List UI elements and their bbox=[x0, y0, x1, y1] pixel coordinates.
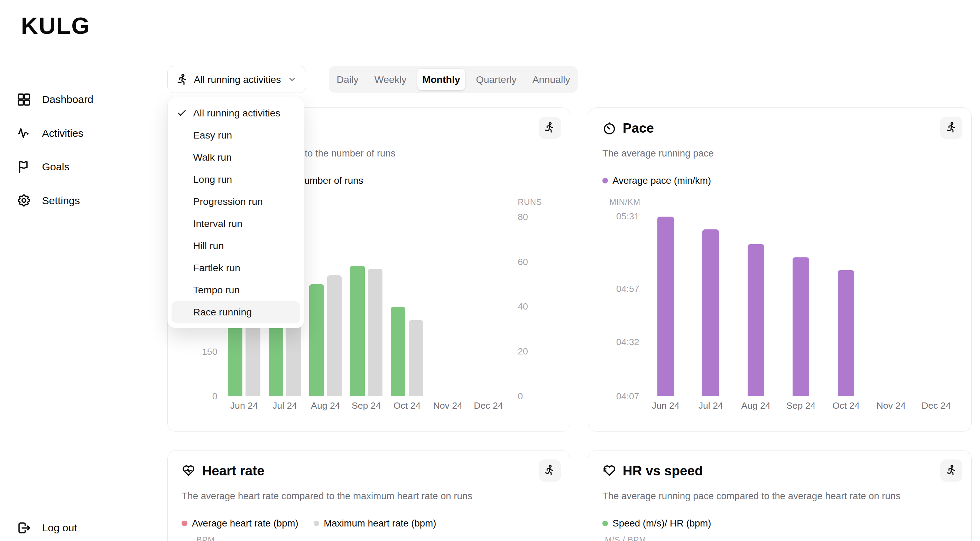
x-tick: Aug 24 bbox=[733, 400, 778, 411]
menu-item-label: Easy run bbox=[193, 130, 232, 141]
menu-item-progression-run[interactable]: Progression run bbox=[172, 191, 300, 213]
tab-weekly[interactable]: Weekly bbox=[369, 69, 412, 90]
logout-button[interactable]: Log out bbox=[0, 511, 142, 541]
legend-item: Speed (m/s)/ HR (bpm) bbox=[602, 518, 711, 529]
y-tick: 04:07 bbox=[600, 392, 640, 401]
legend-dot-green bbox=[602, 520, 608, 527]
menu-item-long-run[interactable]: Long run bbox=[172, 168, 300, 191]
y-axis-label: BPM bbox=[196, 535, 215, 541]
card-heart-rate-runner-button[interactable] bbox=[539, 460, 561, 482]
sidebar-item-goals[interactable]: Goals bbox=[0, 150, 142, 184]
card-heart-rate-title-row: Heart rate bbox=[181, 463, 264, 479]
flag-icon bbox=[17, 160, 31, 174]
bar-group-aug-24 bbox=[733, 217, 778, 397]
bar-group-sep-24 bbox=[778, 217, 823, 397]
sidebar-item-settings[interactable]: Settings bbox=[0, 184, 142, 217]
logout-label: Log out bbox=[42, 522, 77, 534]
logout-icon bbox=[17, 520, 31, 535]
bar-group-sep-24 bbox=[346, 217, 387, 397]
bar bbox=[409, 320, 423, 397]
card-pace-legend: Average pace (min/km) bbox=[602, 175, 711, 186]
y-axis-label: MIN/KM bbox=[609, 197, 640, 207]
pace-bar-plot bbox=[643, 217, 959, 397]
x-tick: Sep 24 bbox=[346, 400, 387, 411]
sidebar-item-dashboard[interactable]: Dashboard bbox=[0, 82, 142, 116]
runner-icon bbox=[544, 464, 556, 476]
bar bbox=[327, 275, 342, 396]
bar-group-oct-24 bbox=[387, 217, 427, 397]
menu-item-label: Long run bbox=[193, 174, 232, 185]
sidebar-item-label: Settings bbox=[42, 195, 80, 206]
card-title: Pace bbox=[623, 121, 654, 136]
tab-annually[interactable]: Annually bbox=[527, 69, 576, 90]
card-heart-rate-legend: Average heart rate (bpm) Maximum heart r… bbox=[181, 518, 436, 529]
bar bbox=[748, 244, 764, 396]
bar-group-aug-24 bbox=[305, 217, 346, 397]
menu-item-hill-run[interactable]: Hill run bbox=[172, 235, 300, 257]
heart-pulse-icon bbox=[181, 463, 196, 478]
menu-item-tempo-run[interactable]: Tempo run bbox=[172, 279, 300, 301]
sidebar-item-label: Activities bbox=[42, 127, 83, 139]
menu-item-easy-run[interactable]: Easy run bbox=[172, 124, 300, 146]
menu-item-label: Hill run bbox=[193, 240, 224, 252]
y-tick: 05:31 bbox=[600, 211, 640, 221]
legend-label: Average pace (min/km) bbox=[612, 175, 711, 186]
activity-filter-button[interactable]: All running activities bbox=[167, 66, 306, 93]
tab-quarterly[interactable]: Quarterly bbox=[471, 69, 522, 90]
sidebar-item-activities[interactable]: Activities bbox=[0, 116, 142, 150]
card-volume-runner-button[interactable] bbox=[539, 117, 561, 139]
bar bbox=[838, 270, 854, 397]
x-tick: Dec 24 bbox=[913, 400, 959, 411]
grid-icon bbox=[17, 92, 31, 107]
y-tick: 60 bbox=[518, 257, 528, 267]
card-pace-title-row: Pace bbox=[602, 121, 654, 136]
card-pace: Pace The average running pace Average pa… bbox=[588, 108, 972, 432]
legend-label: Number of runs bbox=[298, 175, 363, 186]
legend-dot-purple bbox=[602, 178, 608, 184]
menu-item-label: Interval run bbox=[193, 218, 243, 229]
card-heart-rate-description: The average heart rate compared to the m… bbox=[181, 490, 473, 501]
x-tick: Jun 24 bbox=[643, 400, 688, 411]
activity-filter-label: All running activities bbox=[194, 74, 281, 85]
menu-item-label: All running activities bbox=[193, 108, 280, 119]
card-pace-runner-button[interactable] bbox=[940, 117, 963, 139]
bar bbox=[657, 217, 674, 397]
menu-item-all-running-activities[interactable]: All running activities bbox=[172, 102, 300, 124]
menu-item-fartlek-run[interactable]: Fartlek run bbox=[172, 257, 300, 279]
tab-monthly[interactable]: Monthly bbox=[417, 69, 465, 90]
sidebar: Dashboard Activities Goals Settings Log … bbox=[0, 51, 143, 541]
bar-group-dec-24 bbox=[913, 217, 959, 397]
menu-item-race-running[interactable]: Race running bbox=[172, 301, 300, 324]
menu-item-interval-run[interactable]: Interval run bbox=[172, 213, 300, 235]
bar-group-nov-24 bbox=[869, 217, 913, 397]
sidebar-item-label: Goals bbox=[42, 161, 69, 173]
runner-icon bbox=[544, 122, 556, 134]
x-tick: Jun 24 bbox=[224, 400, 264, 411]
legend-label: Average heart rate (bpm) bbox=[192, 518, 298, 529]
menu-item-label: Progression run bbox=[193, 196, 263, 207]
y-tick: 04:57 bbox=[600, 284, 640, 294]
x-tick: Nov 24 bbox=[427, 400, 468, 411]
x-tick: Jul 24 bbox=[264, 400, 305, 411]
bar-group-jun-24 bbox=[643, 217, 688, 397]
card-hr-vs-speed-runner-button[interactable] bbox=[940, 460, 963, 482]
chevron-down-icon bbox=[287, 75, 297, 84]
legend-item: Average heart rate (bpm) bbox=[181, 518, 298, 529]
runner-icon bbox=[945, 464, 958, 476]
runner-icon bbox=[945, 122, 958, 134]
legend-item: Maximum heart rate (bpm) bbox=[313, 518, 436, 529]
heart-speed-icon bbox=[602, 463, 616, 478]
legend-label: Speed (m/s)/ HR (bpm) bbox=[612, 518, 711, 529]
menu-item-label: Race running bbox=[193, 306, 252, 318]
bar bbox=[368, 269, 382, 397]
y-tick: 0 bbox=[518, 392, 528, 401]
bar bbox=[309, 284, 324, 396]
menu-item-walk-run[interactable]: Walk run bbox=[172, 146, 300, 168]
legend-label: Maximum heart rate (bpm) bbox=[324, 518, 436, 529]
tab-daily[interactable]: Daily bbox=[332, 69, 364, 90]
period-tabs: DailyWeeklyMonthlyQuarterlyAnnually bbox=[329, 66, 578, 93]
activity-icon bbox=[17, 126, 31, 140]
pace-month-labels: Jun 24Jul 24Aug 24Sep 24Oct 24Nov 24Dec … bbox=[643, 400, 959, 411]
menu-item-label: Walk run bbox=[193, 152, 232, 163]
right-axis-ticks: 80 60 40 20 0 bbox=[518, 212, 528, 401]
